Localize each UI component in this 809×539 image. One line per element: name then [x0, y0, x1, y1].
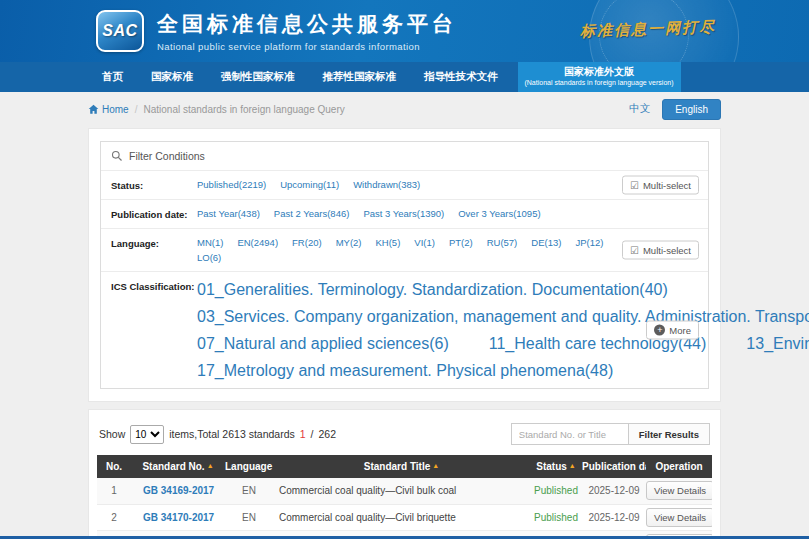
- multi-select-button-status[interactable]: ☑Multi-select: [622, 176, 699, 195]
- filter-label-status: Status:: [111, 179, 197, 191]
- checkbox-icon: ☑: [630, 180, 639, 190]
- filter-rows: Status:Published(2219)Upcoming(11)Withdr…: [101, 170, 708, 271]
- table-row: 2GB 34170-2017ENCommercial coal quality—…: [97, 504, 712, 530]
- nav-item-recommended-national-standards[interactable]: 推荐性国家标准: [309, 62, 411, 92]
- nav-item-mandatory-national-standards[interactable]: 强制性国家标准: [207, 62, 309, 92]
- standard-no-link[interactable]: GB 34169-2017: [143, 485, 214, 496]
- standard-no-link[interactable]: GB 34170-2017: [143, 512, 214, 523]
- filter-option[interactable]: DE(13): [531, 237, 561, 248]
- lang-chinese-link[interactable]: 中文: [629, 102, 650, 116]
- filter-option[interactable]: 07_Natural and applied sciences(6): [197, 335, 449, 353]
- ics-line: 07_Natural and applied sciences(6)11_Hea…: [197, 335, 809, 353]
- title-cell: Commercial coal quality—Civil briquette: [273, 504, 530, 530]
- filter-option[interactable]: 13_Environment. Health protection. Safet…: [746, 335, 809, 353]
- status-badge: Published: [534, 485, 578, 496]
- filter-label-ics: ICS Classification:: [111, 280, 197, 292]
- filter-option[interactable]: 17_Metrology and measurement. Physical p…: [197, 362, 613, 380]
- column-header-standard-title[interactable]: Standard Title▲: [273, 455, 530, 478]
- filter-conditions-title: Filter Conditions: [101, 142, 708, 170]
- current-page: 1: [300, 428, 306, 440]
- status-cell: Published: [530, 478, 582, 504]
- filter-option[interactable]: Published(2219): [197, 179, 266, 190]
- status-badge: Published: [534, 512, 578, 523]
- filter-row-publication-date: Publication date:Past Year(438)Past 2 Ye…: [101, 199, 708, 228]
- filter-option[interactable]: Past 2 Years(846): [274, 208, 350, 219]
- site-subtitle: National public service platform for sta…: [157, 41, 457, 52]
- filter-option[interactable]: LO(6): [197, 252, 221, 263]
- table-body: 1GB 34169-2017ENCommercial coal quality—…: [97, 478, 712, 539]
- search-input[interactable]: [511, 423, 629, 445]
- page-size-select[interactable]: 10: [130, 425, 164, 444]
- nav-item-home[interactable]: 首页: [88, 62, 137, 92]
- column-header-status[interactable]: Status▲: [530, 455, 582, 478]
- tab-foreign-language-version[interactable]: 国家标准外文版(National standards in foreign la…: [518, 62, 681, 92]
- show-label: Show: [99, 428, 125, 440]
- plus-circle-icon: +: [654, 325, 665, 336]
- breadcrumb-current: National standards in foreign language Q…: [143, 104, 344, 115]
- column-label: No.: [106, 461, 122, 472]
- more-button[interactable]: + More: [646, 321, 699, 340]
- filter-option[interactable]: Withdrawn(383): [353, 179, 420, 190]
- pagination-summary: Show 10 items,Total 2613 standards 1 / 2…: [99, 425, 336, 444]
- filter-option[interactable]: Past Year(438): [197, 208, 260, 219]
- filter-option[interactable]: Upcoming(11): [280, 179, 339, 190]
- column-label: Publication date: [582, 461, 646, 472]
- filter-option[interactable]: MY(2): [336, 237, 362, 248]
- filter-option[interactable]: Over 3 Years(1095): [458, 208, 540, 219]
- operation-cell: View Details: [646, 504, 712, 530]
- lang-english-button[interactable]: English: [662, 99, 721, 120]
- filter-option[interactable]: VI(1): [414, 237, 435, 248]
- language-cell: EN: [225, 504, 273, 530]
- standards-table: No.Standard No.▲Language▲Standard Title▲…: [97, 455, 712, 539]
- sac-logo[interactable]: SAC: [96, 10, 144, 52]
- sort-asc-icon: ▲: [432, 462, 439, 469]
- home-icon: [88, 104, 99, 115]
- site-title-block: 全国标准信息公共服务平台 National public service pla…: [157, 10, 457, 52]
- column-header-standard-no[interactable]: Standard No.▲: [131, 455, 225, 478]
- operation-cell: View Details: [646, 478, 712, 504]
- filter-option[interactable]: 01_Generalities. Terminology. Standardiz…: [197, 281, 668, 299]
- filter-results-button[interactable]: Filter Results: [628, 423, 710, 445]
- filter-option[interactable]: EN(2494): [237, 237, 278, 248]
- items-total-label: items,Total 2613 standards: [169, 428, 295, 440]
- column-header-operation[interactable]: Operation: [646, 455, 712, 478]
- filter-option[interactable]: RU(57): [487, 237, 518, 248]
- total-pages: 262: [319, 428, 337, 440]
- filter-option[interactable]: KH(5): [376, 237, 401, 248]
- nav-item-national-standards[interactable]: 国家标准: [137, 62, 207, 92]
- filter-option[interactable]: 03_Services. Company organization, manag…: [197, 308, 809, 326]
- standard-no-cell: GB 34169-2017: [131, 478, 225, 504]
- ics-lines: 01_Generalities. Terminology. Standardiz…: [197, 280, 809, 380]
- language-cell: EN: [225, 478, 273, 504]
- filter-option[interactable]: Past 3 Years(1390): [363, 208, 444, 219]
- column-header-no[interactable]: No.: [97, 455, 131, 478]
- site-title: 全国标准信息公共服务平台: [157, 10, 457, 38]
- filter-option[interactable]: MN(1): [197, 237, 223, 248]
- column-header-publication-date[interactable]: Publication date↓: [582, 455, 646, 478]
- title-cell: Commercial coal quality—Civil bulk coal: [273, 478, 530, 504]
- filter-option[interactable]: PT(2): [449, 237, 473, 248]
- nav-item-guiding-technical-documents[interactable]: 指导性技术文件: [410, 62, 512, 92]
- breadcrumb-home-label: Home: [102, 104, 129, 115]
- filter-option[interactable]: JP(12): [575, 237, 603, 248]
- column-label: Standard Title: [364, 461, 431, 472]
- ics-line: 03_Services. Company organization, manag…: [197, 308, 809, 326]
- filter-row-status: Status:Published(2219)Upcoming(11)Withdr…: [101, 170, 708, 199]
- column-header-language[interactable]: Language▲: [225, 455, 273, 478]
- multi-select-button-language[interactable]: ☑Multi-select: [622, 241, 699, 260]
- results-panel: Show 10 items,Total 2613 standards 1 / 2…: [88, 409, 721, 539]
- sort-asc-icon: ▲: [207, 462, 214, 469]
- main-content: Filter Conditions Status:Published(2219)…: [0, 128, 809, 539]
- view-details-button[interactable]: View Details: [646, 481, 712, 500]
- view-details-button[interactable]: View Details: [646, 508, 712, 527]
- column-label: Standard No.: [142, 461, 204, 472]
- filter-panel: Filter Conditions Status:Published(2219)…: [88, 128, 721, 402]
- column-label: Status: [536, 461, 567, 472]
- filter-option[interactable]: FR(20): [292, 237, 322, 248]
- date-cell: 2025-12-09: [582, 478, 646, 504]
- breadcrumb-home-link[interactable]: Home: [88, 104, 129, 115]
- magnifier-icon: [111, 150, 123, 162]
- site-header: SAC 全国标准信息公共服务平台 National public service…: [0, 0, 809, 62]
- main-nav-items: 首页国家标准强制性国家标准推荐性国家标准指导性技术文件国家标准外文版(Natio…: [0, 62, 809, 92]
- filter-options-status: Published(2219)Upcoming(11)Withdrawn(383…: [197, 179, 508, 190]
